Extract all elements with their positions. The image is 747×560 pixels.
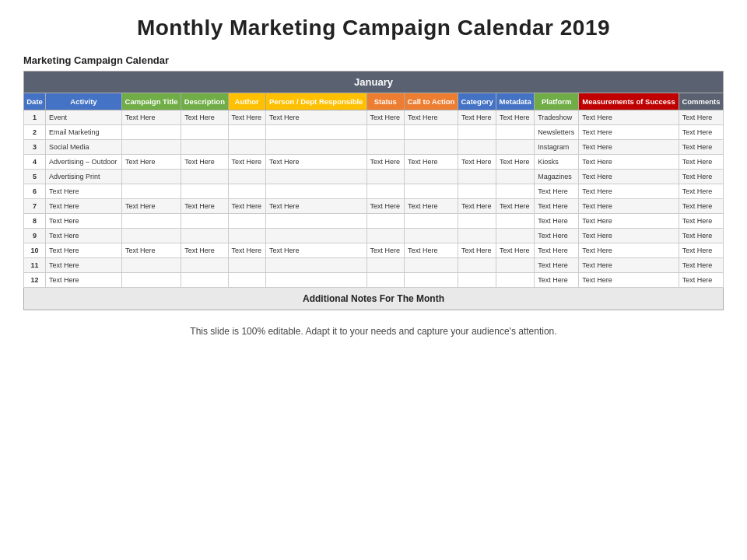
- table-cell-campaign: [121, 140, 181, 155]
- table-row: 5Advertising PrintMagazinesText HereText…: [24, 170, 724, 184]
- table-cell-campaign: [121, 214, 181, 229]
- table-cell-metadata: [496, 229, 535, 243]
- table-cell-comments: Text Here: [679, 243, 723, 258]
- table-cell-cta: [404, 229, 458, 243]
- column-header-cell: Activity: [46, 93, 122, 110]
- table-cell-person: Text Here: [265, 243, 366, 258]
- table-cell-platform: Tradeshow: [535, 110, 579, 125]
- column-header-cell: Measurements of Success: [579, 93, 679, 110]
- table-cell-comments: Text Here: [679, 273, 723, 288]
- table-cell-campaign: [121, 184, 181, 199]
- table-cell-description: [181, 170, 228, 184]
- table-cell-person: [265, 184, 366, 199]
- table-cell-description: Text Here: [181, 155, 228, 170]
- table-cell-metadata: Text Here: [496, 110, 535, 125]
- table-cell-measurement: Text Here: [579, 243, 679, 258]
- table-cell-platform: Text Here: [535, 243, 579, 258]
- table-cell-comments: Text Here: [679, 199, 723, 214]
- table-cell-status: [366, 125, 404, 140]
- table-cell-cta: Text Here: [404, 199, 458, 214]
- table-cell-author: [228, 125, 265, 140]
- table-cell-measurement: Text Here: [579, 229, 679, 243]
- table-cell-category: [458, 273, 496, 288]
- table-cell-status: [366, 273, 404, 288]
- table-cell-description: Text Here: [181, 243, 228, 258]
- table-cell-description: [181, 184, 228, 199]
- table-cell-status: Text Here: [366, 243, 404, 258]
- table-cell-measurement: Text Here: [579, 273, 679, 288]
- table-cell-person: [265, 273, 366, 288]
- table-cell-activity: Text Here: [46, 243, 122, 258]
- table-cell-num: 5: [24, 170, 46, 184]
- table-cell-comments: Text Here: [679, 184, 723, 199]
- table-row: 6Text HereText HereText HereText Here: [24, 184, 724, 199]
- table-cell-num: 12: [24, 273, 46, 288]
- month-header-cell: January: [24, 72, 724, 93]
- section-label: Marketing Campaign Calendar: [23, 54, 724, 66]
- table-cell-category: Text Here: [458, 110, 496, 125]
- table-cell-person: [265, 170, 366, 184]
- table-cell-cta: [404, 258, 458, 273]
- table-cell-author: [228, 273, 265, 288]
- footer-cell: Additional Notes For The Month: [24, 288, 724, 310]
- table-cell-cta: [404, 184, 458, 199]
- table-cell-person: [265, 229, 366, 243]
- table-cell-status: [366, 140, 404, 155]
- column-header-cell: Campaign Title: [121, 93, 181, 110]
- table-cell-metadata: Text Here: [496, 155, 535, 170]
- table-cell-status: [366, 258, 404, 273]
- table-cell-metadata: [496, 140, 535, 155]
- table-cell-activity: Text Here: [46, 273, 122, 288]
- column-header-cell: Status: [366, 93, 404, 110]
- table-cell-author: Text Here: [228, 243, 265, 258]
- table-row: 2Email MarketingNewslettersText HereText…: [24, 125, 724, 140]
- column-header-cell: Metadata: [496, 93, 535, 110]
- table-row: 3Social MediaInstagramText HereText Here: [24, 140, 724, 155]
- table-cell-comments: Text Here: [679, 229, 723, 243]
- table-cell-status: Text Here: [366, 155, 404, 170]
- table-cell-platform: Text Here: [535, 273, 579, 288]
- table-cell-measurement: Text Here: [579, 214, 679, 229]
- table-cell-campaign: [121, 170, 181, 184]
- table-cell-description: [181, 258, 228, 273]
- table-cell-author: [228, 140, 265, 155]
- table-cell-person: Text Here: [265, 199, 366, 214]
- table-cell-metadata: [496, 184, 535, 199]
- table-cell-metadata: Text Here: [496, 243, 535, 258]
- table-cell-campaign: Text Here: [121, 199, 181, 214]
- table-cell-author: [228, 214, 265, 229]
- table-cell-cta: [404, 140, 458, 155]
- table-cell-author: [228, 170, 265, 184]
- table-cell-platform: Newsletters: [535, 125, 579, 140]
- calendar-table: January DateActivityCampaign TitleDescri…: [23, 71, 724, 310]
- table-cell-measurement: Text Here: [579, 199, 679, 214]
- table-cell-comments: Text Here: [679, 155, 723, 170]
- table-cell-author: Text Here: [228, 155, 265, 170]
- table-cell-platform: Text Here: [535, 184, 579, 199]
- table-cell-measurement: Text Here: [579, 155, 679, 170]
- table-cell-person: Text Here: [265, 110, 366, 125]
- table-cell-status: [366, 214, 404, 229]
- table-cell-activity: Event: [46, 110, 122, 125]
- table-cell-activity: Text Here: [46, 258, 122, 273]
- table-cell-comments: Text Here: [679, 125, 723, 140]
- table-cell-num: 4: [24, 155, 46, 170]
- column-header-cell: Description: [181, 93, 228, 110]
- table-cell-description: [181, 214, 228, 229]
- table-cell-comments: Text Here: [679, 170, 723, 184]
- table-cell-person: [265, 214, 366, 229]
- table-cell-author: Text Here: [228, 199, 265, 214]
- column-header-cell: Call to Action: [404, 93, 458, 110]
- table-cell-measurement: Text Here: [579, 184, 679, 199]
- table-cell-activity: Text Here: [46, 199, 122, 214]
- table-cell-measurement: Text Here: [579, 170, 679, 184]
- table-cell-activity: Advertising – Outdoor: [46, 155, 122, 170]
- table-cell-person: [265, 258, 366, 273]
- table-cell-num: 6: [24, 184, 46, 199]
- table-row: 8Text HereText HereText HereText Here: [24, 214, 724, 229]
- table-cell-metadata: [496, 214, 535, 229]
- table-cell-comments: Text Here: [679, 214, 723, 229]
- table-cell-comments: Text Here: [679, 140, 723, 155]
- table-row: 9Text HereText HereText HereText Here: [24, 229, 724, 243]
- table-cell-platform: Text Here: [535, 199, 579, 214]
